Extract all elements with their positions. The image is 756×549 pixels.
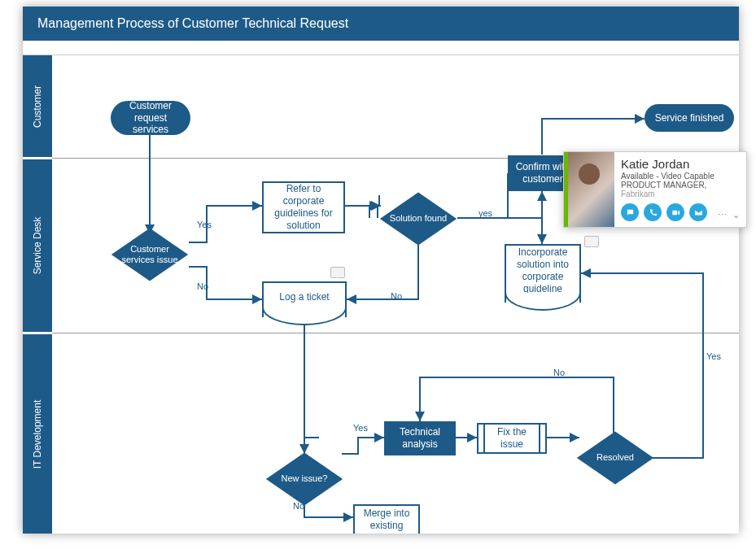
decision-new-issue[interactable]: New issue? bbox=[265, 452, 343, 506]
predefined-fix-issue[interactable]: Fix the issue bbox=[477, 423, 547, 454]
lane-header-service-desk: Service Desk bbox=[23, 159, 52, 332]
node-label: Log a ticket bbox=[279, 291, 329, 303]
node-label: Customer services issue bbox=[111, 244, 189, 265]
edge-label-yes: Yes bbox=[706, 351, 721, 361]
lane-label-customer: Customer bbox=[32, 85, 43, 127]
video-icon[interactable] bbox=[666, 203, 684, 221]
diagram-title-bar: Management Process of Customer Technical… bbox=[23, 7, 739, 41]
presence-indicator bbox=[564, 152, 568, 227]
node-label: Merge into existing bbox=[360, 508, 413, 532]
process-refer-guidelines[interactable]: Refer to corporate guidelines for soluti… bbox=[262, 181, 345, 233]
diagram-canvas[interactable]: Customer request services Service finish… bbox=[52, 55, 739, 534]
decision-resolved[interactable]: Resolved bbox=[576, 431, 654, 485]
node-label: Incorporate solution into corporate guid… bbox=[511, 246, 575, 295]
contact-info: Katie Jordan Available - Video Capable P… bbox=[614, 152, 746, 227]
call-icon[interactable] bbox=[644, 203, 662, 221]
diagram-frame: Management Process of Customer Technical… bbox=[23, 7, 739, 534]
lane-label-service-desk: Service Desk bbox=[32, 217, 43, 275]
node-label: New issue? bbox=[277, 473, 333, 484]
decision-solution-found[interactable]: Solution found bbox=[379, 192, 457, 246]
node-label: Refer to corporate guidelines for soluti… bbox=[269, 183, 339, 232]
lane-divider bbox=[52, 333, 739, 333]
edge-label-yes: Yes bbox=[197, 220, 212, 229]
node-label: Service finished bbox=[655, 112, 724, 124]
process-technical-analysis[interactable]: Technical analysis bbox=[384, 421, 456, 455]
title-strip bbox=[23, 41, 739, 55]
contact-role: PRODUCT MANAGER, bbox=[621, 181, 706, 190]
lane-header-customer: Customer bbox=[23, 55, 52, 157]
contact-card[interactable]: Katie Jordan Available - Video Capable P… bbox=[563, 151, 747, 228]
contact-avatar bbox=[564, 152, 614, 227]
ellipsis-icon: ⋯ bbox=[718, 210, 727, 220]
edge-label-no: No bbox=[391, 291, 402, 301]
lane-label-it-development: IT Development bbox=[32, 399, 43, 468]
edge-label-no: No bbox=[293, 501, 304, 511]
process-merge-existing[interactable]: Merge into existing bbox=[353, 504, 420, 534]
node-label: Customer request services bbox=[119, 100, 182, 135]
email-icon[interactable] bbox=[689, 203, 707, 221]
node-label: Technical analysis bbox=[389, 426, 451, 451]
im-icon[interactable] bbox=[621, 203, 639, 221]
edge-label-no: No bbox=[553, 368, 565, 377]
document-log-ticket[interactable]: Log a ticket bbox=[262, 281, 347, 317]
chevron-down-icon: ⌄ bbox=[732, 210, 740, 220]
lane-header-it-development: IT Development bbox=[23, 334, 52, 534]
contact-company: Fabrikam bbox=[621, 190, 655, 198]
swimlane-labels: Customer Service Desk IT Development bbox=[23, 55, 52, 534]
edge-label-yes: Yes bbox=[353, 423, 368, 433]
node-label: Fix the issue bbox=[490, 426, 534, 451]
node-label: Solution found bbox=[385, 213, 452, 224]
terminator-start[interactable]: Customer request services bbox=[111, 101, 190, 135]
node-label: Resolved bbox=[592, 452, 639, 463]
decision-customer-services-issue[interactable]: Customer services issue bbox=[111, 228, 189, 281]
comment-icon[interactable] bbox=[584, 236, 599, 247]
contact-status: Available - Video Capable bbox=[621, 172, 740, 181]
expand-button[interactable]: ⋯ ⌄ bbox=[714, 208, 743, 222]
edge-label-no: No bbox=[197, 281, 208, 291]
contact-title: PRODUCT MANAGER, Fabrikam bbox=[621, 181, 740, 198]
comment-icon[interactable] bbox=[330, 267, 345, 278]
terminator-end[interactable]: Service finished bbox=[645, 104, 734, 132]
document-incorporate-guideline[interactable]: Incorporate solution into corporate guid… bbox=[505, 244, 581, 303]
contact-name: Katie Jordan bbox=[621, 157, 740, 171]
edge-label-yes: yes bbox=[479, 208, 492, 218]
diagram-title: Management Process of Customer Technical… bbox=[37, 16, 348, 31]
